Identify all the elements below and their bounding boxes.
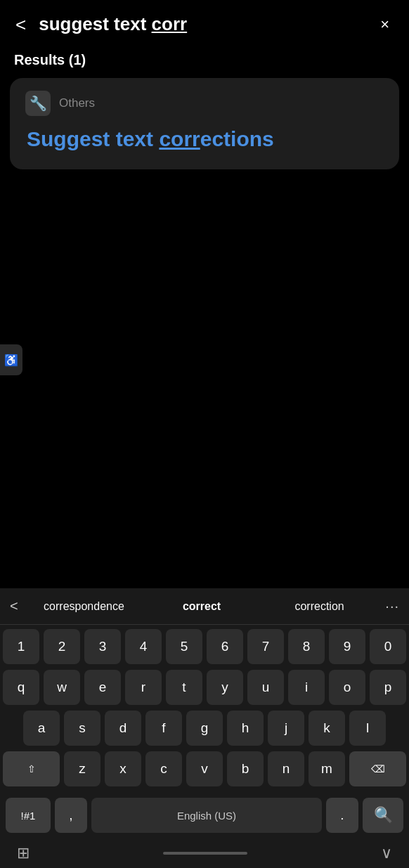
key-s[interactable]: s xyxy=(64,711,100,746)
key-r[interactable]: r xyxy=(125,670,162,705)
comma-key[interactable]: , xyxy=(55,798,87,833)
key-2[interactable]: 2 xyxy=(44,629,80,664)
suggestion-more[interactable]: ··· xyxy=(378,598,406,614)
result-item-title[interactable]: Suggest text corrections xyxy=(25,126,384,153)
suggestion-bar: < correspondence correct correction ··· xyxy=(0,588,409,625)
accessibility-icon: ♿ xyxy=(4,354,18,367)
key-4[interactable]: 4 xyxy=(125,629,162,664)
back-button[interactable]: < xyxy=(11,13,30,37)
key-a[interactable]: a xyxy=(23,711,60,746)
key-3[interactable]: 3 xyxy=(84,629,121,664)
key-1[interactable]: 1 xyxy=(3,629,39,664)
number-row: 1 2 3 4 5 6 7 8 9 0 xyxy=(3,629,406,664)
zxcv-row: ⇧ z x c v b n m ⌫ xyxy=(3,751,406,786)
key-z[interactable]: z xyxy=(64,751,100,786)
suggestion-back[interactable]: < xyxy=(3,598,25,614)
key-n[interactable]: n xyxy=(268,751,304,786)
key-7[interactable]: 7 xyxy=(247,629,284,664)
key-m[interactable]: m xyxy=(309,751,345,786)
key-t[interactable]: t xyxy=(166,670,202,705)
key-k[interactable]: k xyxy=(309,711,345,746)
bottom-row: !#1 , English (US) . 🔍 xyxy=(0,795,409,840)
result-blue-underline: corr xyxy=(159,127,200,150)
sym-key[interactable]: !#1 xyxy=(6,798,51,833)
key-g[interactable]: g xyxy=(186,711,223,746)
key-d[interactable]: d xyxy=(105,711,141,746)
suggestion-correction[interactable]: correction xyxy=(261,596,379,617)
key-f[interactable]: f xyxy=(145,711,182,746)
key-w[interactable]: w xyxy=(44,670,80,705)
space-key[interactable]: English (US) xyxy=(91,798,322,833)
key-8[interactable]: 8 xyxy=(288,629,325,664)
suggestion-correct[interactable]: correct xyxy=(143,596,261,617)
category-icon: 🔧 xyxy=(25,91,51,116)
keys-section: 1 2 3 4 5 6 7 8 9 0 q w e r t y u i o p … xyxy=(0,625,409,795)
category-row: 🔧 Others xyxy=(25,91,384,116)
home-indicator xyxy=(163,852,247,855)
key-v[interactable]: v xyxy=(186,751,223,786)
results-label: Results (1) xyxy=(0,46,409,78)
key-5[interactable]: 5 xyxy=(166,629,202,664)
accessibility-button[interactable]: ♿ xyxy=(0,344,22,375)
key-h[interactable]: h xyxy=(227,711,264,746)
key-u[interactable]: u xyxy=(247,670,284,705)
key-l[interactable]: l xyxy=(349,711,386,746)
key-c[interactable]: c xyxy=(145,751,182,786)
query-plain: suggest text xyxy=(39,13,151,34)
key-6[interactable]: 6 xyxy=(207,629,243,664)
result-rest-text: ections xyxy=(200,127,274,150)
shift-key[interactable]: ⇧ xyxy=(3,751,60,786)
period-key[interactable]: . xyxy=(326,798,358,833)
query-underlined: corr xyxy=(152,13,188,34)
key-p[interactable]: p xyxy=(370,670,406,705)
qwerty-row: q w e r t y u i o p xyxy=(3,670,406,705)
key-x[interactable]: x xyxy=(105,751,141,786)
close-button[interactable]: × xyxy=(375,13,395,37)
key-y[interactable]: y xyxy=(207,670,243,705)
search-query: suggest text corr xyxy=(39,13,366,35)
key-i[interactable]: i xyxy=(288,670,325,705)
chevron-down-icon[interactable]: ∨ xyxy=(381,844,392,862)
asdf-row: a s d f g h j k l xyxy=(3,711,406,746)
key-e[interactable]: e xyxy=(84,670,121,705)
nav-bar: ⊞ ∨ xyxy=(0,840,409,868)
key-o[interactable]: o xyxy=(329,670,365,705)
backspace-key[interactable]: ⌫ xyxy=(349,751,406,786)
key-j[interactable]: j xyxy=(268,711,304,746)
grid-icon[interactable]: ⊞ xyxy=(17,844,30,862)
suggestion-correspondence[interactable]: correspondence xyxy=(25,596,143,617)
category-label: Others xyxy=(59,96,95,110)
result-card: 🔧 Others Suggest text corrections xyxy=(10,78,399,169)
key-9[interactable]: 9 xyxy=(329,629,365,664)
key-q[interactable]: q xyxy=(3,670,39,705)
keyboard-area: < correspondence correct correction ··· … xyxy=(0,588,409,868)
search-key[interactable]: 🔍 xyxy=(363,798,403,833)
key-0[interactable]: 0 xyxy=(370,629,406,664)
search-bar: < suggest text corr × xyxy=(0,0,409,46)
result-blue-text: Suggest text xyxy=(27,127,159,150)
key-b[interactable]: b xyxy=(227,751,264,786)
